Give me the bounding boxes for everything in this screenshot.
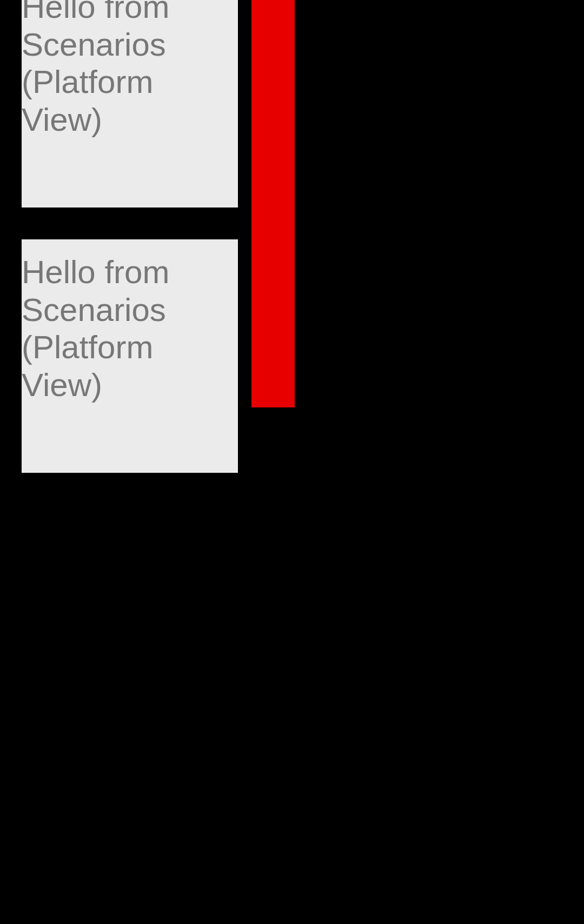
- platform-view-card: Hello from Scenarios (Platform View): [22, 239, 238, 473]
- accent-bar: [251, 0, 295, 407]
- platform-view-label: Hello from Scenarios (Platform View): [22, 0, 238, 138]
- platform-view-label: Hello from Scenarios (Platform View): [22, 239, 238, 404]
- platform-view-card: Hello from Scenarios (Platform View): [22, 0, 238, 207]
